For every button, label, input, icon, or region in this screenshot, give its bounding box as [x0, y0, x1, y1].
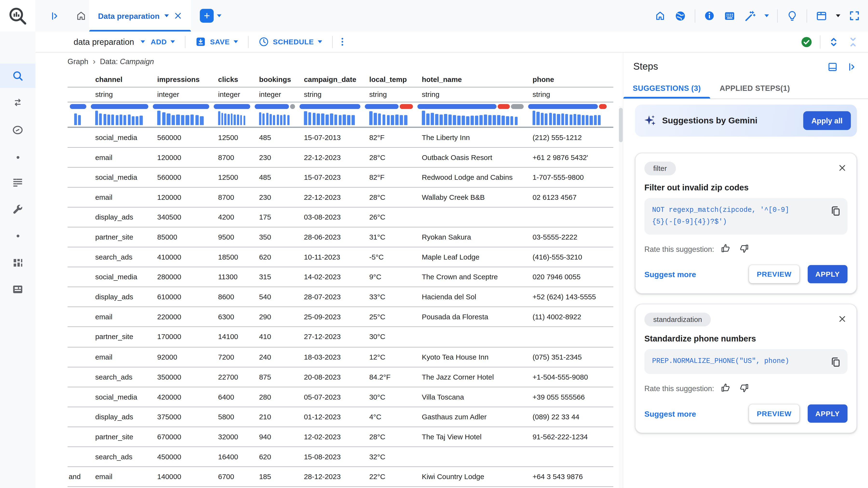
table-row[interactable]: email92000720024018-03-202312°CKyoto Tea…: [67, 347, 613, 367]
table-row[interactable]: search_ads3500002270087520-08-202384.2°F…: [67, 367, 613, 387]
table-cell[interactable]: 170000: [151, 327, 212, 347]
table-cell[interactable]: 7200: [212, 347, 252, 367]
sidebar-item-query-list[interactable]: [0, 170, 35, 195]
table-cell[interactable]: 210: [252, 407, 297, 427]
table-cell[interactable]: [67, 327, 89, 347]
table-cell[interactable]: [67, 287, 89, 307]
table-cell[interactable]: 020 7946 0055: [526, 267, 609, 287]
table-cell[interactable]: 9500: [212, 227, 252, 247]
table-cell[interactable]: Pousada da Floresta: [415, 307, 526, 327]
table-cell[interactable]: Hacienda del Sol: [415, 287, 526, 307]
table-cell[interactable]: 12-02-2023: [297, 427, 363, 447]
table-cell[interactable]: [67, 207, 89, 227]
table-cell[interactable]: The Liberty Inn: [415, 128, 526, 147]
table-cell[interactable]: 185: [252, 467, 297, 487]
table-cell[interactable]: 8600: [212, 287, 252, 307]
table-scrollbar-thumb[interactable]: [619, 108, 623, 142]
thumb-down-button[interactable]: [737, 243, 751, 256]
info-icon[interactable]: [704, 10, 715, 22]
dismiss-suggestion-button[interactable]: [837, 163, 847, 175]
table-row[interactable]: email220000630029025-09-202325°CPousada …: [67, 307, 613, 327]
table-cell[interactable]: +44 141 496 0: [526, 487, 609, 488]
keyboard-icon[interactable]: [723, 10, 736, 22]
breadcrumb-root[interactable]: Graph: [67, 58, 88, 66]
sidebar-item-gauge[interactable]: [0, 118, 35, 142]
table-cell[interactable]: 220000: [151, 307, 212, 327]
quality-bar[interactable]: [89, 103, 151, 110]
table-cell[interactable]: Maple Leaf Lodge: [415, 247, 526, 267]
table-cell[interactable]: [67, 347, 89, 367]
table-cell[interactable]: 280000: [151, 487, 212, 488]
more-options-icon[interactable]: [337, 37, 348, 47]
tab-close-icon[interactable]: [174, 11, 182, 20]
table-cell[interactable]: 27-12-2023: [297, 327, 363, 347]
table-cell[interactable]: [526, 207, 609, 227]
table-cell[interactable]: 28-12-2023: [297, 467, 363, 487]
table-cell[interactable]: Harbour View Hotel: [415, 487, 526, 488]
table-cell[interactable]: The Taj View Hotel: [415, 427, 526, 447]
table-cell[interactable]: 6400: [212, 387, 252, 406]
globe-icon[interactable]: [674, 10, 686, 22]
column-histogram[interactable]: [151, 110, 212, 127]
table-cell[interactable]: 16400: [212, 447, 252, 466]
expand-rows-icon[interactable]: [828, 36, 840, 48]
wand-icon[interactable]: [744, 10, 756, 22]
preview-button[interactable]: PREVIEW: [749, 265, 799, 283]
table-cell[interactable]: +61 2 9876 5432': [526, 148, 609, 167]
table-cell[interactable]: 30°C: [363, 327, 415, 347]
table-cell[interactable]: Villa Toscana: [415, 387, 526, 406]
column-name[interactable]: hotel_name: [415, 72, 526, 87]
table-cell[interactable]: 450000: [151, 447, 212, 466]
table-row[interactable]: partner_site1700001410041027-12-202330°C: [67, 327, 613, 347]
table-cell[interactable]: 280: [252, 387, 297, 406]
bulb-icon[interactable]: [786, 10, 798, 22]
open-navigation-panel-icon[interactable]: [50, 10, 61, 21]
table-cell[interactable]: 20-08-2023: [297, 367, 363, 387]
table-cell[interactable]: 01-12-2023: [297, 407, 363, 427]
table-cell[interactable]: email: [89, 467, 151, 487]
table-cell[interactable]: 85000: [151, 227, 212, 247]
table-cell[interactable]: 9°C: [363, 267, 415, 287]
home-tab-icon[interactable]: [75, 10, 87, 22]
table-cell[interactable]: 350000: [151, 367, 212, 387]
quality-bar[interactable]: [252, 103, 297, 110]
table-cell[interactable]: 31°C: [363, 227, 415, 247]
save-chevron-icon[interactable]: [234, 40, 238, 43]
table-scrollbar[interactable]: [619, 106, 623, 488]
table-cell[interactable]: 315: [252, 267, 297, 287]
apply-all-button[interactable]: Apply all: [803, 111, 851, 130]
table-cell[interactable]: +1-504-555-9080: [526, 367, 609, 387]
suggest-more-link[interactable]: Suggest more: [644, 270, 696, 279]
table-cell[interactable]: 82°F: [363, 167, 415, 187]
table-cell[interactable]: 32°C: [363, 447, 415, 466]
quality-bar[interactable]: [67, 103, 89, 110]
table-cell[interactable]: 280000: [151, 267, 212, 287]
table-cell[interactable]: [67, 148, 89, 167]
table-cell[interactable]: 03-08-2023: [297, 207, 363, 227]
new-tab-chevron-icon[interactable]: [217, 14, 222, 17]
table-cell[interactable]: 4200: [212, 207, 252, 227]
column-name[interactable]: clicks: [212, 72, 252, 87]
table-cell[interactable]: 230: [252, 148, 297, 167]
table-cell[interactable]: 14-02-2023: [297, 267, 363, 287]
table-cell[interactable]: 4°C: [363, 407, 415, 427]
column-name[interactable]: impressions: [151, 72, 212, 87]
table-cell[interactable]: partner_site: [89, 427, 151, 447]
table-cell[interactable]: 28°C: [363, 148, 415, 167]
table-cell[interactable]: 120000: [151, 188, 212, 207]
table-cell[interactable]: 12500: [212, 128, 252, 147]
table-cell[interactable]: 410000: [151, 247, 212, 267]
table-row[interactable]: email120000870023022-12-202328°CWallaby …: [67, 188, 613, 207]
tab-chevron-down-icon[interactable]: [164, 14, 169, 17]
table-cell[interactable]: 940: [252, 427, 297, 447]
table-cell[interactable]: +39 055 555566: [526, 387, 609, 406]
table-cell[interactable]: social_media: [89, 167, 151, 187]
table-cell[interactable]: [415, 447, 526, 466]
table-cell[interactable]: 05-09-2023: [297, 487, 363, 488]
column-type[interactable]: [67, 88, 89, 102]
table-cell[interactable]: 700: [252, 487, 297, 488]
table-cell[interactable]: 560000: [151, 128, 212, 147]
column-histogram[interactable]: [89, 110, 151, 127]
table-row[interactable]: social_media2800002010070005-09-202324°C…: [67, 487, 613, 488]
column-name[interactable]: phone: [526, 72, 609, 87]
